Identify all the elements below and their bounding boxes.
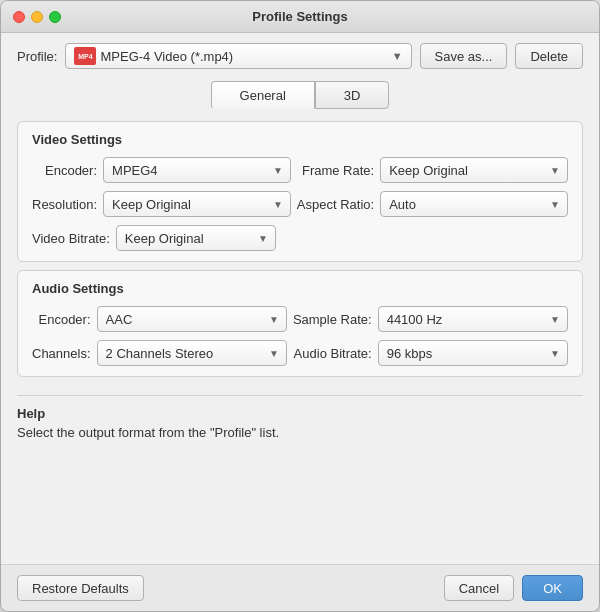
encoder-select-wrapper: MPEG4 H.264 H.265 ▼ <box>103 157 291 183</box>
audio-bitrate-select[interactable]: 96 kbps 128 kbps 192 kbps <box>378 340 568 366</box>
audio-settings-section: Audio Settings Encoder: AAC MP3 OGG ▼ Sa… <box>17 270 583 377</box>
profile-select-display[interactable]: MP4 MPEG-4 Video (*.mp4) ▼ <box>65 43 411 69</box>
main-content: Profile: MP4 MPEG-4 Video (*.mp4) ▼ Save… <box>1 33 599 564</box>
video-settings-title: Video Settings <box>32 132 568 147</box>
resolution-select[interactable]: Keep Original 1920x1080 1280x720 <box>103 191 291 217</box>
audio-encoder-select-wrapper: AAC MP3 OGG ▼ <box>97 306 287 332</box>
tab-general[interactable]: General <box>211 81 315 109</box>
resolution-select-wrapper: Keep Original 1920x1080 1280x720 ▼ <box>103 191 291 217</box>
channels-label: Channels: <box>32 346 91 361</box>
video-bitrate-label: Video Bitrate: <box>32 231 110 246</box>
window-title: Profile Settings <box>252 9 347 24</box>
save-as-button[interactable]: Save as... <box>420 43 508 69</box>
footer: Restore Defaults Cancel OK <box>1 564 599 611</box>
minimize-button[interactable] <box>31 11 43 23</box>
audio-form-grid: Encoder: AAC MP3 OGG ▼ Sample Rate: 4410… <box>32 306 568 366</box>
aspect-ratio-select[interactable]: Auto 4:3 16:9 <box>380 191 568 217</box>
video-settings-section: Video Settings Encoder: MPEG4 H.264 H.26… <box>17 121 583 262</box>
cancel-button[interactable]: Cancel <box>444 575 514 601</box>
channels-select[interactable]: 2 Channels Stereo 1 Channel Mono 5.1 Sur… <box>97 340 287 366</box>
audio-bitrate-label: Audio Bitrate: <box>293 346 372 361</box>
encoder-select[interactable]: MPEG4 H.264 H.265 <box>103 157 291 183</box>
tab-3d[interactable]: 3D <box>315 81 390 109</box>
audio-settings-title: Audio Settings <box>32 281 568 296</box>
video-bitrate-select-wrapper: Keep Original 1000 kbps 2000 kbps ▼ <box>116 225 276 251</box>
title-bar: Profile Settings <box>1 1 599 33</box>
sample-rate-label: Sample Rate: <box>293 312 372 327</box>
profile-value: MPEG-4 Video (*.mp4) <box>100 49 391 64</box>
profile-label: Profile: <box>17 49 57 64</box>
delete-button[interactable]: Delete <box>515 43 583 69</box>
profile-chevron-icon: ▼ <box>392 50 403 62</box>
help-title: Help <box>17 406 583 421</box>
maximize-button[interactable] <box>49 11 61 23</box>
frame-rate-select[interactable]: Keep Original 24 30 <box>380 157 568 183</box>
help-section: Help Select the output format from the "… <box>17 385 583 452</box>
restore-defaults-button[interactable]: Restore Defaults <box>17 575 144 601</box>
traffic-lights <box>13 11 61 23</box>
frame-rate-select-wrapper: Keep Original 24 30 ▼ <box>380 157 568 183</box>
video-form-grid: Encoder: MPEG4 H.264 H.265 ▼ Frame Rate:… <box>32 157 568 217</box>
mpeg-icon: MP4 <box>74 47 96 65</box>
help-divider <box>17 395 583 396</box>
help-text: Select the output format from the "Profi… <box>17 425 583 440</box>
audio-encoder-label: Encoder: <box>32 312 91 327</box>
audio-bitrate-select-wrapper: 96 kbps 128 kbps 192 kbps ▼ <box>378 340 568 366</box>
encoder-label: Encoder: <box>32 163 97 178</box>
aspect-ratio-label: Aspect Ratio: <box>297 197 374 212</box>
footer-right: Cancel OK <box>444 575 583 601</box>
audio-encoder-select[interactable]: AAC MP3 OGG <box>97 306 287 332</box>
close-button[interactable] <box>13 11 25 23</box>
sample-rate-select-wrapper: 44100 Hz 22050 Hz 48000 Hz ▼ <box>378 306 568 332</box>
video-bitrate-row: Video Bitrate: Keep Original 1000 kbps 2… <box>32 225 568 251</box>
frame-rate-label: Frame Rate: <box>297 163 374 178</box>
video-bitrate-select[interactable]: Keep Original 1000 kbps 2000 kbps <box>116 225 276 251</box>
channels-select-wrapper: 2 Channels Stereo 1 Channel Mono 5.1 Sur… <box>97 340 287 366</box>
aspect-ratio-select-wrapper: Auto 4:3 16:9 ▼ <box>380 191 568 217</box>
sample-rate-select[interactable]: 44100 Hz 22050 Hz 48000 Hz <box>378 306 568 332</box>
profile-row: Profile: MP4 MPEG-4 Video (*.mp4) ▼ Save… <box>17 43 583 69</box>
resolution-label: Resolution: <box>32 197 97 212</box>
ok-button[interactable]: OK <box>522 575 583 601</box>
profile-settings-window: Profile Settings Profile: MP4 MPEG-4 Vid… <box>0 0 600 612</box>
tabs-row: General 3D <box>17 81 583 109</box>
